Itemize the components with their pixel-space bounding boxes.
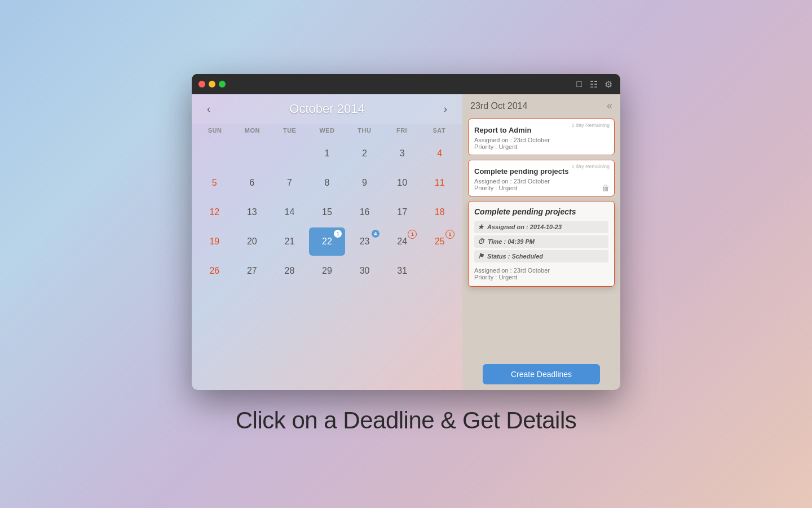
task-detail-status-row: ⚑ Status : Scheduled [474, 250, 608, 262]
right-date-title: 23rd Oct 2014 [470, 101, 527, 111]
day-19[interactable]: 19 [196, 227, 233, 256]
day-22-badge: 1 [334, 230, 342, 238]
task-1-priority: Priority : Urgent [474, 143, 608, 150]
day-3[interactable]: 3 [384, 139, 421, 168]
create-deadlines-button[interactable]: Create Deadlines [483, 364, 600, 384]
day-22[interactable]: 22 1 [309, 227, 346, 256]
task-1-assigned: Assigned on : 23rd October [474, 137, 608, 143]
empty-cell [271, 139, 308, 168]
task-detail-title: Complete pending projects [474, 207, 608, 216]
day-10[interactable]: 10 [384, 169, 421, 197]
day-30[interactable]: 30 [346, 257, 383, 285]
day-24[interactable]: 24 1 [384, 227, 421, 256]
day-header-thu: THU [346, 124, 383, 137]
day-16[interactable]: 16 [346, 198, 383, 226]
day-31[interactable]: 31 [384, 257, 421, 285]
day-24-badge: 1 [408, 230, 417, 239]
task-card-1[interactable]: 1 day Remaining Report to Admin Assigned… [468, 119, 615, 155]
app-window: □ ☷ ⚙ ‹ October 2014 › SUN MON TUE WED T… [192, 74, 620, 390]
day-5[interactable]: 5 [196, 169, 233, 197]
document-icon[interactable]: □ [574, 79, 584, 89]
day-29[interactable]: 29 [309, 257, 346, 285]
day-27[interactable]: 27 [234, 257, 271, 285]
day-11[interactable]: 11 [421, 169, 458, 197]
task-3-assigned: Assigned on : 23rd October [474, 267, 608, 274]
task-detail-time: Time : 04:39 PM [488, 238, 535, 245]
day-25[interactable]: 25 1 [421, 227, 458, 256]
day-1[interactable]: 1 [309, 139, 346, 168]
task-2-remaining: 1 day Remaining [571, 164, 610, 169]
close-button[interactable] [198, 81, 205, 87]
task-detail-time-row: ⏱ Time : 04:39 PM [474, 235, 608, 248]
day-header-sun: SUN [196, 124, 233, 137]
star-icon: ★ [478, 223, 484, 231]
day-23[interactable]: 23 4 [346, 227, 383, 256]
title-bar: □ ☷ ⚙ [192, 74, 620, 94]
title-bar-icons: □ ☷ ⚙ [574, 79, 614, 89]
prev-month-button[interactable]: ‹ [201, 101, 217, 117]
main-content: ‹ October 2014 › SUN MON TUE WED THU FRI… [192, 94, 620, 390]
empty-cell [421, 257, 458, 285]
traffic-lights [198, 81, 226, 87]
day-9[interactable]: 9 [346, 169, 383, 197]
task-detail-status: Status : Scheduled [487, 253, 543, 260]
calendar-grid: SUN MON TUE WED THU FRI SAT 1 2 3 4 [192, 124, 462, 390]
day-18[interactable]: 18 [421, 198, 458, 226]
day-17[interactable]: 17 [384, 198, 421, 226]
calendar-nav: ‹ October 2014 › [192, 94, 462, 124]
day-14[interactable]: 14 [271, 198, 308, 226]
day-20[interactable]: 20 [234, 227, 271, 256]
calendar-month-title: October 2014 [289, 102, 364, 116]
empty-cell [234, 139, 271, 168]
list-icon[interactable]: ☷ [589, 79, 599, 89]
back-arrow-button[interactable]: « [607, 100, 612, 112]
day-6[interactable]: 6 [234, 169, 271, 197]
day-header-tue: TUE [271, 124, 308, 137]
task-2-delete-button[interactable]: 🗑 [602, 183, 610, 192]
calendar-panel: ‹ October 2014 › SUN MON TUE WED THU FRI… [192, 94, 462, 390]
task-detail-assigned: Assigned on : 2014-10-23 [487, 224, 562, 230]
task-2-priority: Priority : Urgent [474, 185, 608, 191]
day-header-sat: SAT [421, 124, 458, 137]
day-8[interactable]: 8 [309, 169, 346, 197]
task-detail-card: Complete pending projects ★ Assigned on … [468, 201, 615, 287]
right-panel: 23rd Oct 2014 « 1 day Remaining Report t… [462, 94, 620, 390]
task-card-2[interactable]: 1 day Remaining Complete pending project… [468, 160, 615, 196]
minimize-button[interactable] [209, 81, 215, 87]
empty-cell [196, 139, 233, 168]
day-23-badge: 4 [372, 230, 379, 238]
day-header-mon: MON [233, 124, 271, 137]
day-2[interactable]: 2 [346, 139, 383, 168]
maximize-button[interactable] [219, 81, 226, 87]
task-detail-assigned-row: ★ Assigned on : 2014-10-23 [474, 221, 608, 233]
clock-icon: ⏱ [478, 238, 484, 246]
gear-icon[interactable]: ⚙ [603, 79, 614, 89]
right-header: 23rd Oct 2014 « [468, 100, 615, 114]
day-7[interactable]: 7 [271, 169, 308, 197]
day-25-badge: 1 [445, 230, 454, 239]
day-26[interactable]: 26 [196, 257, 233, 285]
bottom-tagline: Click on a Deadline & Get Details [236, 407, 576, 434]
task-3-priority: Priority : Urgent [474, 274, 608, 281]
day-4[interactable]: 4 [421, 139, 458, 168]
day-headers: SUN MON TUE WED THU FRI SAT [196, 124, 458, 137]
task-2-assigned: Assigned on : 23rd October [474, 178, 608, 185]
next-month-button[interactable]: › [438, 101, 453, 117]
day-15[interactable]: 15 [309, 198, 346, 226]
day-13[interactable]: 13 [234, 198, 271, 226]
task-1-remaining: 1 day Remaining [571, 122, 610, 128]
day-28[interactable]: 28 [271, 257, 308, 285]
calendar-days: 1 2 3 4 5 6 7 8 9 10 11 12 13 14 15 [196, 139, 458, 285]
day-12[interactable]: 12 [196, 198, 233, 226]
day-header-wed: WED [308, 124, 346, 137]
day-21[interactable]: 21 [271, 227, 308, 256]
day-header-fri: FRI [383, 124, 420, 137]
flag-icon: ⚑ [478, 252, 484, 260]
